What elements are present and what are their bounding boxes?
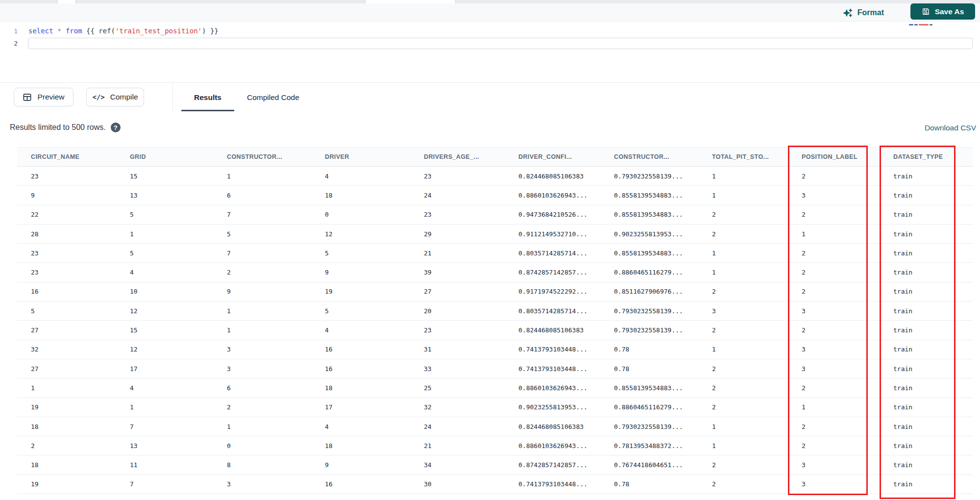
table-cell: 0.8035714285714... [505,307,600,315]
sql-token-plain: ) }} [202,27,219,35]
preview-button[interactable]: Preview [14,88,74,106]
table-cell: 0.8558139534883... [600,192,698,199]
table-cell: 0.9023255813953... [505,403,600,411]
table-cell: 23 [17,269,116,276]
sql-code-line[interactable]: select * from {{ ref('train_test_positio… [28,27,219,35]
table-cell: 27 [17,326,116,334]
table-cell: 0.824468085106383 [505,423,600,430]
table-cell: 4 [311,173,410,180]
table-cell: 1 [698,192,788,199]
table-body: 231514230.8244680851063830.7930232558139… [17,167,973,494]
table-cell: 1 [788,230,880,238]
table-row: 191217320.9023255813953...0.886046511627… [17,398,973,417]
table-cell: 30 [410,480,505,488]
table-cell: 6 [213,192,311,199]
table-cell: 2 [788,250,880,257]
table-cell: 0.8511627906976... [600,288,698,295]
table-cell: 3 [788,307,880,315]
table-cell: 17 [311,403,410,411]
table-cell: 6 [213,384,311,392]
sql-token-plain: ref( [98,27,115,35]
table-cell: 2 [698,461,788,469]
table-cell: 21 [410,250,505,257]
preview-button-label: Preview [37,93,64,101]
table-cell: 12 [311,230,410,238]
table-cell: 5 [17,307,116,315]
table-cell: 1 [698,346,788,353]
table-cell: 2 [698,326,788,334]
help-icon[interactable]: ? [111,123,121,132]
table-cell: 3 [788,461,880,469]
table-cell: train [880,403,973,411]
table-cell: 1 [788,403,880,411]
sql-token-plain [53,27,57,35]
tab-results-label: Results [194,93,221,102]
table-row: 281512290.9112149532710...0.902325581395… [17,225,973,244]
file-tab-segment [57,0,76,3]
table-cell: 1 [698,442,788,450]
table-cell: 16 [17,288,116,295]
table-cell: 34 [410,461,505,469]
table-cell: 3 [788,480,880,488]
sql-editor[interactable]: 1 select * from {{ ref('train_test_posit… [0,22,980,82]
table-cell: train [880,384,973,392]
table-cell: 0.7930232558139... [600,326,698,334]
table-cell: 0.78 [600,365,698,373]
table-cell: 0.8742857142857... [505,269,600,276]
results-info-bar: Results limited to 500 rows. ? Download … [0,112,980,145]
table-cell: 29 [410,230,505,238]
table-cell: 12 [116,307,213,315]
column-header: POSITION_LABEL [788,153,880,160]
table-cell: 2 [698,384,788,392]
line-number-1: 1 [0,27,18,35]
table-cell: 0.78 [600,480,698,488]
download-csv-link[interactable]: Download CSV [925,124,976,132]
table-cell: 16 [311,365,410,373]
compile-button[interactable]: </> Compile [86,88,144,106]
table-cell: 2 [698,288,788,295]
table-cell: 22 [17,211,116,218]
table-row: 197316300.7413793103448...0.7823train [17,475,973,494]
table-cell: 27 [410,288,505,295]
table-cell: train [880,250,973,257]
dbt-ide-query-panel: Format Save As 1 select * from {{ ref('t… [0,0,980,500]
table-cell: train [880,442,973,450]
table-cell: 2 [788,211,880,218]
tab-compiled-code[interactable]: Compiled Code [234,83,312,112]
table-cell: 31 [410,346,505,353]
table-row: 51215200.8035714285714...0.7930232558139… [17,301,973,321]
sql-token-keyword: from [66,27,82,35]
table-cell: 23 [17,173,116,180]
editor-active-line[interactable] [28,38,973,49]
table-cell: 4 [311,423,410,430]
table-cell: 9 [213,288,311,295]
table-cell: 2 [698,365,788,373]
sql-token-plain [61,27,65,35]
table-cell: 5 [311,250,410,257]
table-cell: 9 [17,192,116,199]
table-cell: 1 [698,423,788,430]
save-as-button[interactable]: Save As [910,3,975,20]
table-cell: 0.8860103626943... [505,192,600,199]
tab-results[interactable]: Results [181,83,234,112]
table-cell: 2 [698,403,788,411]
column-header: DRIVER_CONFI... [505,153,600,160]
table-cell: 0.8860465116279... [600,403,698,411]
table-cell: train [880,346,973,353]
table-cell: 1 [698,269,788,276]
table-cell: 5 [311,307,410,315]
table-cell: train [880,173,973,180]
format-button[interactable]: Format [843,7,884,19]
table-cell: 19 [17,403,116,411]
table-cell: 12 [116,346,213,353]
table-cell: 24 [410,192,505,199]
table-cell: train [880,480,973,488]
table-cell: train [880,211,973,218]
table-cell: 2 [698,480,788,488]
editor-line-1[interactable]: 1 select * from {{ ref('train_test_posit… [0,27,219,35]
table-cell: 23 [410,173,505,180]
table-cell: train [880,365,973,373]
code-icon: </> [92,93,104,101]
table-cell: 0.9473684210526... [505,211,600,218]
table-cell: 5 [116,211,213,218]
